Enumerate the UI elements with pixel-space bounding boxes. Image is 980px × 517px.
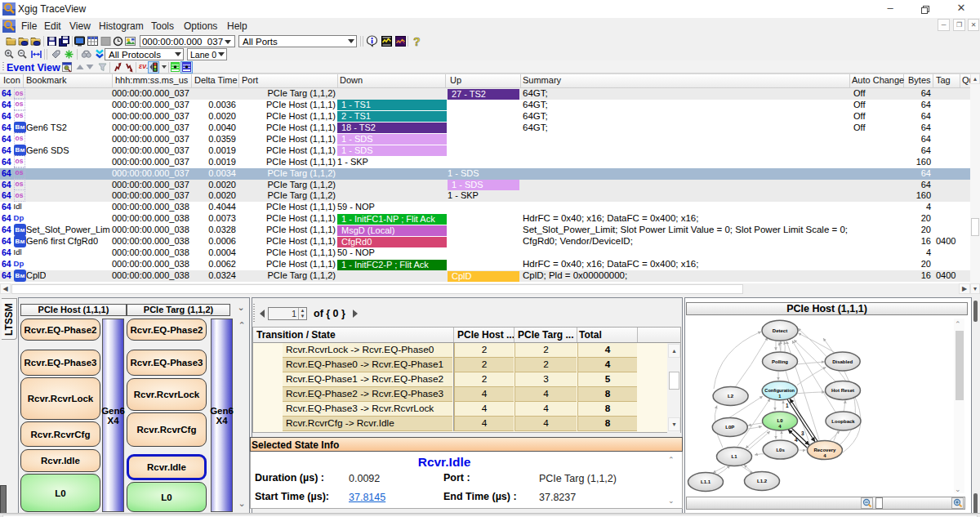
svg-text:1: 1 bbox=[778, 394, 781, 399]
svg-text:Hot Reset: Hot Reset bbox=[831, 388, 854, 393]
svg-text:1: 1 bbox=[786, 403, 789, 408]
svg-text:Polling: Polling bbox=[772, 359, 788, 364]
svg-text:Recovery: Recovery bbox=[813, 448, 836, 452]
svg-text:L0P: L0P bbox=[725, 425, 734, 430]
svg-text:3: 3 bbox=[801, 430, 804, 436]
svg-text:?: ? bbox=[413, 35, 421, 47]
svg-text:Detect: Detect bbox=[773, 328, 787, 333]
svg-text:L2: L2 bbox=[728, 394, 734, 399]
svg-text:L1: L1 bbox=[731, 454, 737, 459]
svg-text:Disabled: Disabled bbox=[832, 359, 853, 364]
svg-text:Configuration: Configuration bbox=[764, 388, 795, 393]
svg-text:L0s: L0s bbox=[776, 448, 785, 452]
svg-text:L1.2: L1.2 bbox=[757, 479, 768, 484]
svg-text:L1.1: L1.1 bbox=[701, 479, 711, 484]
svg-text:Loopback: Loopback bbox=[831, 419, 855, 424]
svg-text:4: 4 bbox=[795, 437, 798, 443]
svg-text:L0: L0 bbox=[777, 418, 783, 423]
